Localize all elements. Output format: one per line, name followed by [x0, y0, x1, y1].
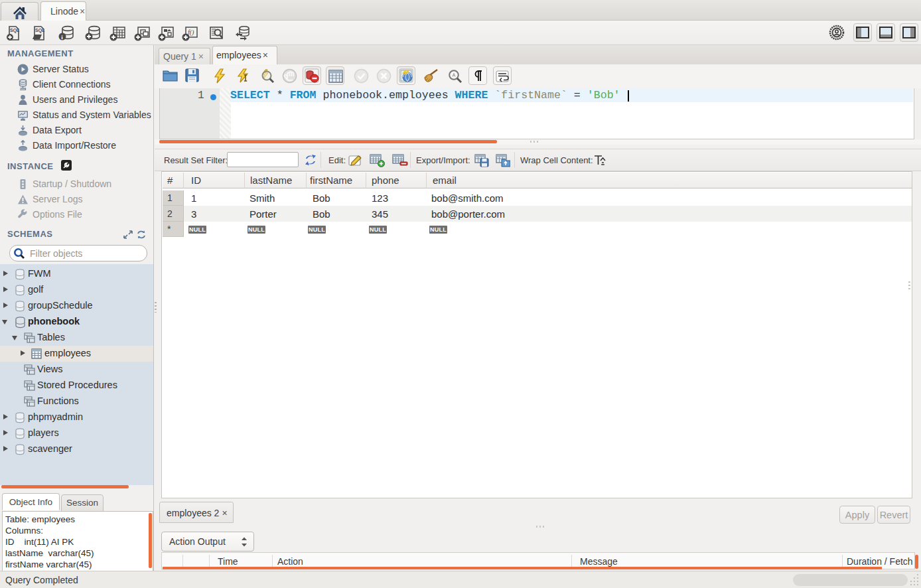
svg-text:SQL: SQL	[35, 28, 45, 33]
svg-text:SQL: SQL	[10, 28, 20, 33]
